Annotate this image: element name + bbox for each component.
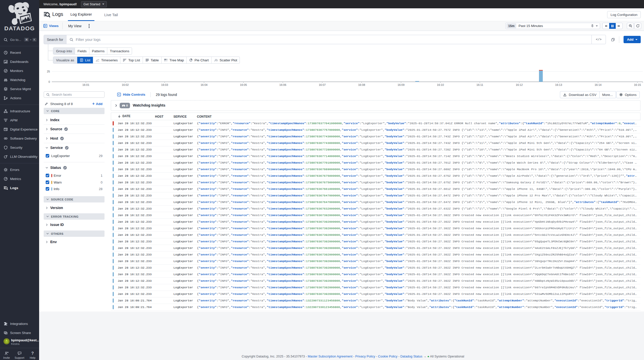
svg-text:16:07: 16:07 bbox=[319, 83, 326, 86]
svg-text:16:13: 16:13 bbox=[555, 83, 562, 86]
svg-text:16:08: 16:08 bbox=[358, 83, 365, 86]
svg-text:16:06: 16:06 bbox=[279, 83, 287, 86]
svg-text:16:11: 16:11 bbox=[476, 83, 483, 86]
svg-text:16:05: 16:05 bbox=[240, 83, 247, 86]
svg-text:16:02: 16:02 bbox=[122, 83, 129, 86]
svg-text:25: 25 bbox=[47, 70, 50, 73]
svg-text:16:03: 16:03 bbox=[161, 83, 168, 86]
svg-text:16:12: 16:12 bbox=[516, 83, 523, 86]
svg-text:0: 0 bbox=[48, 80, 50, 83]
svg-text:16:09: 16:09 bbox=[398, 83, 405, 86]
svg-text:16:10: 16:10 bbox=[437, 83, 444, 86]
svg-text:16:14: 16:14 bbox=[595, 83, 602, 86]
svg-text:16:04: 16:04 bbox=[200, 83, 208, 86]
svg-text:16:15: 16:15 bbox=[634, 83, 641, 86]
svg-text:16:01: 16:01 bbox=[82, 83, 89, 86]
